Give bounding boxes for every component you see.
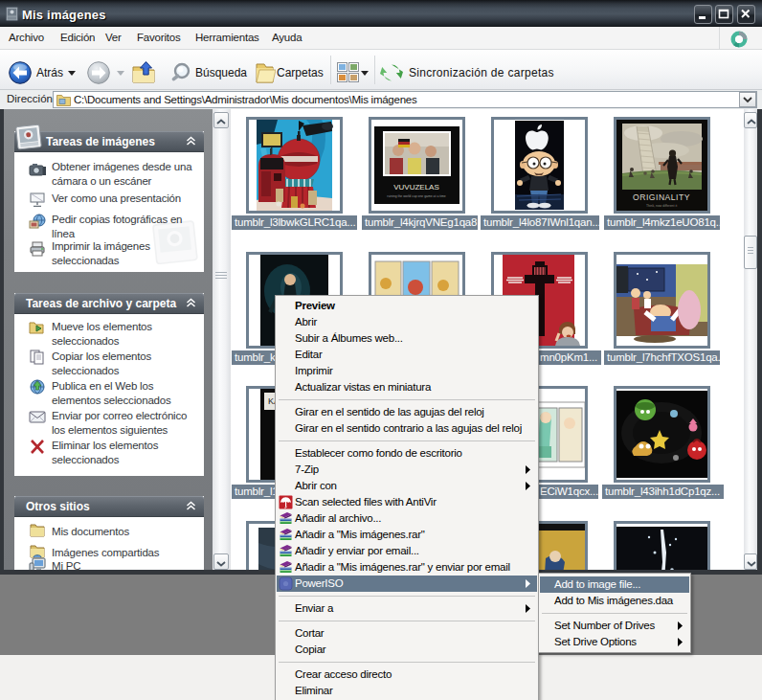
- svg-text:ORIGINALITY: ORIGINALITY: [633, 192, 690, 202]
- svg-text:VUVUZELAS: VUVUZELAS: [393, 183, 439, 192]
- svg-text:Think, now different it: Think, now different it: [646, 204, 677, 208]
- svg-text:ruining the world cup one game: ruining the world cup one game at a time: [387, 194, 445, 198]
